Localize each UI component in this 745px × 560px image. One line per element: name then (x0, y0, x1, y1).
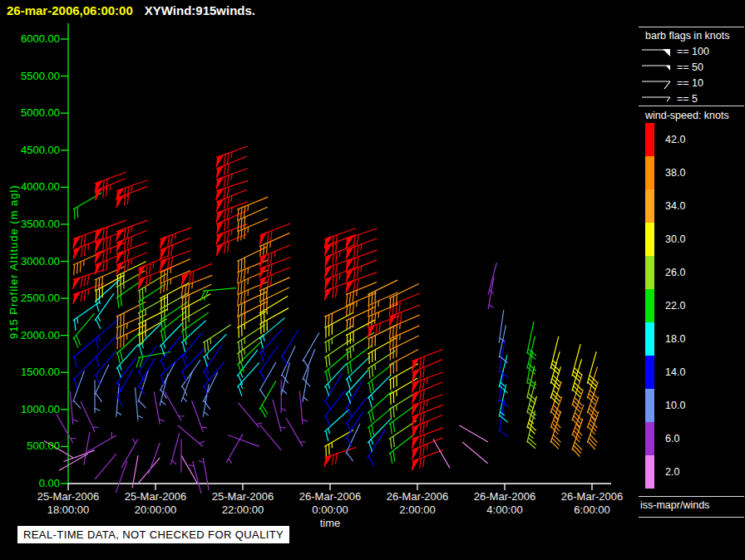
wind-barb (259, 224, 290, 245)
x-tick-date: 25-Mar-2006 (193, 490, 293, 504)
wind-barb (303, 332, 319, 369)
barb-flag-legend-row: == 50 (640, 60, 703, 75)
wind-barb (273, 400, 286, 432)
wind-barb (138, 371, 148, 408)
wind-barb (95, 454, 116, 479)
colorbar-swatch (645, 322, 654, 356)
barb-flag-glyph-50 (640, 60, 673, 75)
wind-barb (95, 351, 116, 385)
x-tick-date: 25-Mar-2006 (106, 490, 205, 504)
wind-barb (286, 418, 306, 447)
y-tick-label: 1500.00 (0, 366, 60, 378)
barb-flag-glyph-100 (640, 44, 673, 59)
wind-barb (462, 442, 488, 464)
wind-barb (84, 432, 90, 464)
colorbar-swatch (645, 389, 654, 422)
barb-flag-legend-row: == 100 (640, 44, 709, 59)
colorbar-label: 26.0 (665, 267, 685, 278)
wind-barb (216, 224, 248, 245)
panel-divider (639, 517, 744, 518)
wind-barb (181, 263, 212, 285)
wind-barb (237, 342, 261, 375)
y-tick-label: 500.00 (0, 440, 60, 452)
barb-flag-glyph-10 (640, 76, 673, 91)
wind-barb (433, 440, 450, 469)
wind-barb (73, 371, 85, 408)
panel-footer: iss-mapr/winds (640, 499, 709, 511)
colorbar-label: 42.0 (665, 134, 685, 145)
wind-barb (73, 336, 99, 367)
colorbar-swatch (645, 256, 654, 289)
wind-barb (160, 312, 186, 341)
x-tick-label: 26-Mar-20064:00:00 (455, 490, 555, 517)
app-window: 26-mar-2006,06:00:00XYWind:915winds. 915… (0, 0, 745, 560)
wind-barb (70, 391, 77, 425)
wind-barb (203, 334, 226, 366)
colorbar-swatch (645, 356, 654, 389)
colorbar-label: 22.0 (665, 300, 685, 312)
x-tick-time: 20:00:00 (106, 504, 205, 517)
wind-barb (488, 263, 496, 295)
wind-barb (57, 414, 76, 443)
wind-barb (138, 323, 161, 356)
wind-barb (116, 461, 127, 493)
wind-barb (81, 401, 98, 431)
wind-barb (412, 350, 442, 371)
wind-barb (228, 435, 259, 447)
x-tick-label: 25-Mar-200622:00:00 (193, 490, 293, 517)
x-tick-date: 26-Mar-2006 (455, 490, 555, 504)
colorbar-label: 18.0 (665, 333, 685, 345)
x-axis-title: time (297, 517, 363, 529)
y-tick-label: 3500.00 (0, 218, 60, 230)
barb-flag-label: == 100 (677, 46, 709, 57)
x-tick-label: 25-Mar-200620:00:00 (106, 490, 205, 517)
y-tick-label: 3000.00 (0, 255, 60, 268)
wind-barb (87, 432, 116, 452)
wind-barb (412, 372, 443, 393)
wind-barb (459, 425, 488, 442)
quality-banner: REAL-TIME DATA, NOT CHECKED FOR QUALITY (17, 526, 289, 543)
barb-flag-legend-row: == 10 (640, 76, 703, 91)
wind-barb (389, 284, 419, 309)
x-tick-label: 26-Mar-20066:00:00 (542, 490, 642, 517)
x-tick-date: 26-Mar-2006 (280, 490, 380, 504)
wind-barb (95, 293, 114, 329)
barb-legend-title: barb flags in knots (645, 30, 729, 42)
colorbar-label: 34.0 (665, 200, 685, 212)
wind-barb (368, 363, 394, 393)
wind-barb (259, 425, 281, 450)
wind-barb (160, 228, 191, 248)
colorbar-label: 10.0 (665, 400, 685, 411)
colorbar-swatch (645, 455, 654, 489)
wind-barb (59, 454, 88, 470)
wind-barb (73, 356, 96, 389)
x-tick-date: 26-Mar-2006 (368, 490, 467, 504)
wind-barb (139, 458, 160, 484)
wind-barb (346, 424, 360, 461)
wind-barb (160, 353, 184, 385)
panel-divider (639, 496, 744, 497)
wind-barb (200, 288, 236, 301)
wind-barb (346, 345, 372, 375)
colorbar-swatch (645, 223, 654, 256)
wind-barb (281, 346, 295, 383)
wind-barb (203, 361, 224, 395)
colorbar-swatch (645, 156, 654, 189)
color-legend-title: wind-speed: knots (645, 110, 729, 121)
wind-barb (324, 410, 349, 441)
y-tick-label: 5000.00 (0, 106, 60, 119)
wind-barb (116, 302, 146, 327)
colorbar-label: 6.0 (665, 433, 679, 445)
panel-divider (639, 27, 744, 27)
barb-flag-label: == 5 (677, 93, 698, 105)
wind-barb (412, 395, 443, 415)
x-tick-label: 25-Mar-200618:00:00 (18, 490, 118, 517)
x-tick-time: 4:00:00 (455, 504, 555, 517)
wind-barb (324, 351, 350, 382)
colorbar-label: 2.0 (665, 466, 679, 478)
y-tick-label: 0.00 (0, 477, 60, 489)
y-tick-label: 5500.00 (0, 70, 60, 82)
wind-barb (95, 317, 121, 348)
barb-flag-label: == 50 (677, 61, 703, 73)
wind-barb (216, 146, 248, 167)
